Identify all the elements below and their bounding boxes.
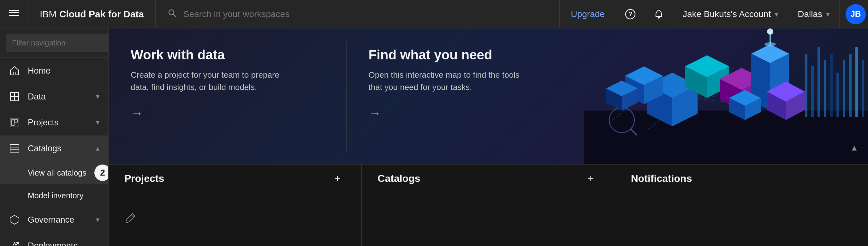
svg-rect-25 <box>817 48 820 117</box>
projects-panel-header: Projects + <box>108 164 362 193</box>
find-what-you-need-description: Open this interactive map to find the to… <box>369 69 526 93</box>
svg-rect-28 <box>836 73 839 117</box>
isometric-illustration <box>584 28 868 164</box>
chevron-up-icon: ▴ <box>96 144 99 153</box>
view-all-catalogs-label: View all catalogs <box>28 168 87 178</box>
deployments-icon <box>9 240 20 246</box>
sidebar-item-projects[interactable]: Projects ▾ <box>0 110 108 135</box>
main-content: Work with data Create a project for your… <box>108 28 868 246</box>
filter-navigation-input[interactable] <box>6 34 108 52</box>
topnav-actions: Upgrade ? Jake Bukuts's Account ▾ Dallas… <box>560 0 868 28</box>
svg-rect-22 <box>584 111 868 164</box>
svg-rect-26 <box>824 60 826 117</box>
svg-rect-10 <box>10 93 14 96</box>
menu-button[interactable] <box>0 0 28 28</box>
catalogs-panel-body <box>362 193 615 246</box>
svg-rect-13 <box>15 97 19 101</box>
user-avatar: JB <box>845 4 866 24</box>
notifications-panel-header: Notifications <box>615 164 868 193</box>
svg-point-55 <box>765 42 776 46</box>
svg-rect-16 <box>15 120 18 122</box>
chevron-down-icon: ▾ <box>826 10 830 19</box>
home-icon <box>9 65 20 76</box>
sidebar-navigation: Home Data ▾ <box>0 58 108 246</box>
menu-icon <box>9 8 19 20</box>
catalogs-panel-header: Catalogs + <box>362 164 615 193</box>
work-with-data-arrow[interactable]: → <box>131 106 324 120</box>
find-what-you-need-title: Find what you need <box>369 48 562 63</box>
svg-rect-14 <box>10 118 19 127</box>
projects-icon <box>9 117 20 128</box>
notifications-panel: Notifications <box>615 164 868 246</box>
svg-line-64 <box>131 215 134 217</box>
svg-rect-29 <box>843 60 845 117</box>
catalogs-add-button[interactable]: + <box>583 171 599 187</box>
search-bar[interactable] <box>156 0 559 28</box>
top-navigation: IBM Cloud Pak for Data Upgrade ? <box>0 0 868 28</box>
svg-marker-20 <box>10 215 19 224</box>
hero-illustration <box>584 28 868 164</box>
svg-text:?: ? <box>628 10 632 18</box>
brand-name: IBM Cloud Pak for Data <box>40 9 144 20</box>
chevron-down-icon: ▾ <box>775 10 778 19</box>
svg-point-8 <box>658 18 659 19</box>
chevron-down-icon: ▾ <box>96 93 99 101</box>
svg-rect-12 <box>10 97 14 101</box>
work-with-data-description: Create a project for your team to prepar… <box>131 69 288 93</box>
projects-panel: Projects + <box>108 164 362 246</box>
svg-rect-17 <box>10 145 19 152</box>
svg-rect-23 <box>805 54 807 117</box>
svg-rect-32 <box>862 60 864 117</box>
model-inventory-label: Model inventory <box>28 191 83 200</box>
svg-rect-2 <box>9 15 19 16</box>
projects-panel-body <box>108 193 362 246</box>
sidebar-item-deployments-label: Deployments <box>28 241 99 246</box>
brand-logo: IBM Cloud Pak for Data <box>28 0 156 28</box>
sidebar-filter-bar <box>0 28 108 58</box>
notifications-panel-body <box>615 193 868 246</box>
main-layout: Home Data ▾ <box>0 28 868 246</box>
svg-line-21 <box>16 243 18 245</box>
catalogs-panel-title: Catalogs <box>377 173 420 184</box>
sidebar-item-home-label: Home <box>28 66 99 76</box>
find-what-you-need-arrow[interactable]: → <box>369 106 562 120</box>
chevron-down-icon: ▾ <box>96 118 99 127</box>
sidebar-item-governance-label: Governance <box>28 215 88 225</box>
svg-rect-11 <box>15 93 19 96</box>
sidebar: Home Data ▾ <box>0 28 108 246</box>
sidebar-item-view-all-catalogs[interactable]: View all catalogs 2 <box>0 161 108 184</box>
projects-add-button[interactable]: + <box>329 171 346 187</box>
svg-rect-27 <box>830 54 833 117</box>
sidebar-item-model-inventory[interactable]: Model inventory <box>0 184 108 207</box>
sidebar-item-governance[interactable]: Governance ▾ <box>0 207 108 233</box>
avatar[interactable]: JB <box>840 0 868 28</box>
notifications-bell-button[interactable] <box>645 0 673 28</box>
scroll-up-button[interactable]: ▴ <box>852 142 857 153</box>
sidebar-item-catalogs[interactable]: Catalogs ▴ <box>0 135 108 161</box>
svg-rect-1 <box>9 12 19 13</box>
catalog-count-badge: 2 <box>94 164 108 181</box>
search-icon <box>167 8 177 20</box>
svg-rect-31 <box>856 48 858 117</box>
svg-point-3 <box>169 10 174 15</box>
projects-panel-title: Projects <box>124 173 164 184</box>
region-button[interactable]: Dallas ▾ <box>788 0 840 28</box>
search-input[interactable] <box>183 9 548 19</box>
chevron-down-icon: ▾ <box>96 216 99 224</box>
region-label: Dallas <box>798 9 822 19</box>
find-what-you-need-card[interactable]: Find what you need Open this interactive… <box>347 28 584 164</box>
svg-rect-24 <box>811 66 814 117</box>
sidebar-item-home[interactable]: Home <box>0 58 108 84</box>
account-label: Jake Bukuts's Account <box>683 9 771 19</box>
work-with-data-card[interactable]: Work with data Create a project for your… <box>108 28 346 164</box>
svg-rect-0 <box>9 10 19 11</box>
sidebar-item-deployments[interactable]: Deployments <box>0 233 108 246</box>
sidebar-item-data[interactable]: Data ▾ <box>0 84 108 110</box>
svg-line-4 <box>173 14 176 17</box>
catalogs-panel: Catalogs + <box>362 164 615 246</box>
upgrade-button[interactable]: Upgrade <box>560 0 616 28</box>
notifications-panel-title: Notifications <box>631 173 692 184</box>
help-button[interactable]: ? <box>616 0 645 28</box>
work-with-data-title: Work with data <box>131 48 324 63</box>
account-button[interactable]: Jake Bukuts's Account ▾ <box>673 0 788 28</box>
